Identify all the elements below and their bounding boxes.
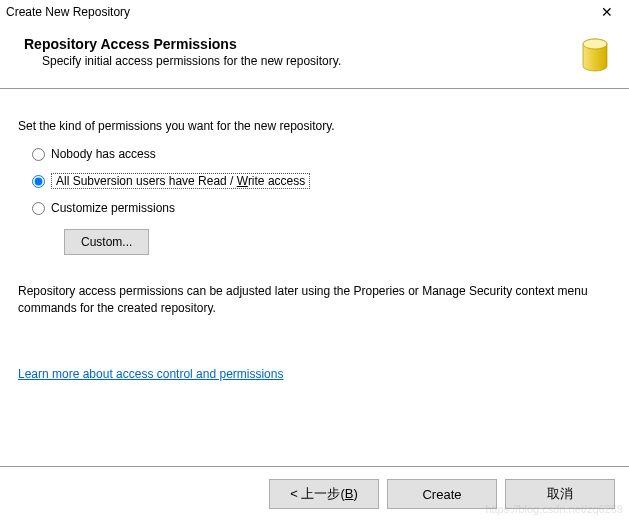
page-title: Repository Access Permissions <box>24 36 571 52</box>
permission-options: Nobody has access All Subversion users h… <box>18 147 611 255</box>
database-icon <box>581 38 609 74</box>
page-subtitle: Specify initial access permissions for t… <box>24 54 571 68</box>
permissions-note: Repository access permissions can be adj… <box>18 283 611 317</box>
header-text: Repository Access Permissions Specify in… <box>24 36 571 68</box>
option-nobody[interactable]: Nobody has access <box>32 147 611 161</box>
radio-customize[interactable] <box>32 202 45 215</box>
option-customize[interactable]: Customize permissions <box>32 201 611 215</box>
svg-point-1 <box>583 39 607 49</box>
titlebar: Create New Repository ✕ <box>0 0 629 26</box>
prompt-text: Set the kind of permissions you want for… <box>18 119 611 133</box>
option-customize-label: Customize permissions <box>51 201 175 215</box>
window-title: Create New Repository <box>6 5 130 19</box>
content-area: Set the kind of permissions you want for… <box>0 89 629 391</box>
option-nobody-label: Nobody has access <box>51 147 156 161</box>
custom-button[interactable]: Custom... <box>64 229 149 255</box>
cancel-button[interactable]: 取消 <box>505 479 615 509</box>
option-all-readwrite[interactable]: All Subversion users have Read / Write a… <box>32 173 611 189</box>
close-icon[interactable]: ✕ <box>593 4 621 20</box>
footer-buttons: < 上一步(B) Create 取消 <box>0 466 629 521</box>
radio-all-readwrite[interactable] <box>32 175 45 188</box>
back-button[interactable]: < 上一步(B) <box>269 479 379 509</box>
header: Repository Access Permissions Specify in… <box>0 26 629 88</box>
option-all-readwrite-label: All Subversion users have Read / Write a… <box>51 173 310 189</box>
create-button[interactable]: Create <box>387 479 497 509</box>
learn-more-link[interactable]: Learn more about access control and perm… <box>18 367 283 381</box>
radio-nobody[interactable] <box>32 148 45 161</box>
